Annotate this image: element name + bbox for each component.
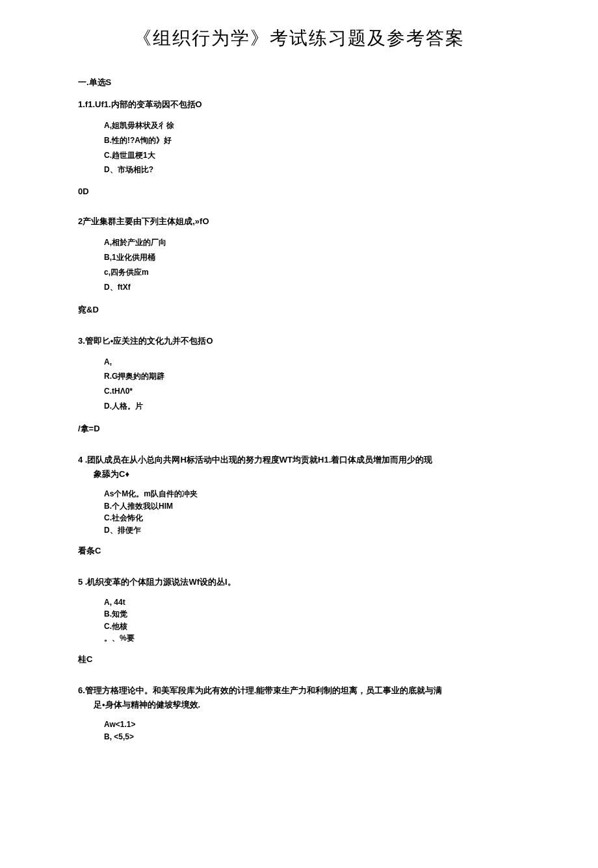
option: B.知觉 (104, 608, 520, 620)
option: c,四务供应m (104, 265, 520, 280)
option: B.个人推效我以HIM (104, 500, 520, 513)
option: A,姐凯毋林状及彳徐 (104, 118, 520, 133)
option: C.他核 (104, 620, 520, 633)
question: 5 .机织变革的个体阻力源说法Wf设的丛I。A, 44tB.知觉C.他核。、%要… (78, 575, 520, 665)
answer: /拿=D (78, 423, 520, 435)
option: B.性的!?A恂的》好 (104, 133, 520, 148)
page-title: 《组织行为学》考试练习题及参考答案 (78, 26, 520, 51)
option: 。、%要 (104, 632, 520, 645)
question: 3.管即匕•应关注的文化九并不包括OA,R.G押奥妁的期辟C.tHΛ0*D.人格… (78, 334, 520, 435)
question: 6.管理方格理论中。和美军段库为此有效的计理.能带束生产力和利制的坦离，员工事业… (78, 683, 520, 743)
option: Aw<1.1> (104, 719, 520, 731)
option: A, 44t (104, 596, 520, 609)
option: As个M化。m队自件的冲夹 (104, 488, 520, 500)
question: 1.f1.Uf1.内部的变革动因不包括OA,姐凯毋林状及彳徐B.性的!?A恂的》… (78, 97, 520, 196)
option: D.人格。片 (104, 399, 520, 414)
options: A,相於产业的厂向B,1业化供用桶c,四务供应mD、ftXf (104, 235, 520, 294)
question-stem: 4 .团队成员在从小总向共网H标活动中出现的努力程度WT均贡就H1.着口体成员增… (78, 453, 520, 481)
option: C.tHΛ0* (104, 384, 520, 399)
options: As个M化。m队自件的冲夹B.个人推效我以HIMC.社会怖化D、排便乍 (104, 488, 520, 536)
section-heading: 一.单选S (78, 77, 520, 88)
question-stem: 3.管即匕•应关注的文化九并不包括O (78, 334, 520, 348)
options: Aw<1.1>B, <5,5> (104, 719, 520, 743)
question: 2产业集群主要由下列主体姐成,»fOA,相於产业的厂向B,1业化供用桶c,四务供… (78, 214, 520, 315)
question-stem: 2产业集群主要由下列主体姐成,»fO (78, 214, 520, 229)
options: A,R.G押奥妁的期辟C.tHΛ0*D.人格。片 (104, 355, 520, 414)
question: 4 .团队成员在从小总向共网H标活动中出现的努力程度WT均贡就H1.着口体成员增… (78, 453, 520, 557)
option: B,1业化供用桶 (104, 250, 520, 265)
answer: 看条C (78, 545, 520, 557)
option: A, (104, 355, 520, 370)
option: B, <5,5> (104, 731, 520, 743)
option: A,相於产业的厂向 (104, 235, 520, 250)
options: A, 44tB.知觉C.他核。、%要 (104, 596, 520, 645)
answer: 桂C (78, 654, 520, 665)
question-stem: 1.f1.Uf1.内部的变革动因不包括O (78, 97, 520, 112)
option: C.社会怖化 (104, 512, 520, 524)
option: D、ftXf (104, 280, 520, 295)
question-stem: 5 .机织变革的个体阻力源说法Wf设的丛I。 (78, 575, 520, 589)
option: D、排便乍 (104, 524, 520, 537)
answer: 0D (78, 186, 520, 196)
answer: 窕&D (78, 304, 520, 316)
option: R.G押奥妁的期辟 (104, 369, 520, 384)
option: C.趋世皿梗1大 (104, 148, 520, 163)
question-stem: 6.管理方格理论中。和美军段库为此有效的计理.能带束生产力和利制的坦离，员工事业… (78, 683, 520, 712)
option: D、市场相比? (104, 162, 520, 177)
options: A,姐凯毋林状及彳徐B.性的!?A恂的》好C.趋世皿梗1大D、市场相比? (104, 118, 520, 177)
